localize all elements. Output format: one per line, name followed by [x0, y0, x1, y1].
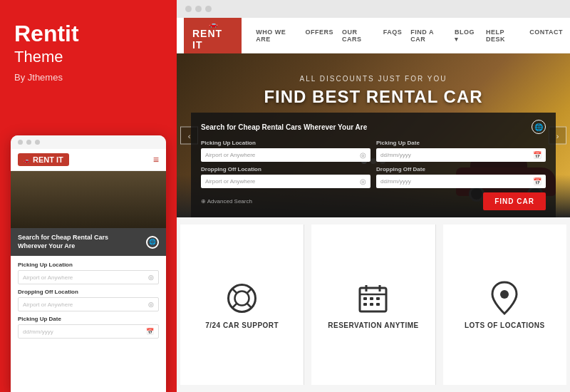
search-row-1: Picking Up Location Airport or Anywhere … [201, 140, 546, 162]
location-icon-mobile-2: ◎ [148, 301, 154, 308]
calendar-icon-large [357, 282, 389, 314]
support-icon-wrap [224, 280, 260, 316]
globe-icon-small: 🌐 [146, 236, 159, 249]
desktop-logo: 🚗 RENT IT [184, 18, 242, 55]
dropoff-date-label: Dropping Off Date [376, 166, 546, 172]
mobile-logo-text: RENT IT [33, 155, 63, 164]
nav-offers[interactable]: OFFERS [306, 29, 334, 43]
mobile-label-0: Picking Up Location [18, 262, 159, 268]
search-overlay: Search for Cheap Rental Cars Wherever Yo… [191, 113, 556, 217]
nav-our-cars[interactable]: OUR CARS [342, 29, 375, 43]
location-pin-icon: ◎ [360, 151, 366, 159]
svg-point-16 [500, 290, 509, 299]
feature-reservation: RESERVATION ANYTIME [311, 225, 435, 385]
support-icon [226, 282, 258, 314]
nav-contact[interactable]: CONTACT [529, 29, 563, 43]
search-header: Search for Cheap Rental Cars Wherever Yo… [201, 120, 546, 134]
mobile-search-box: Search for Cheap Rental Cars Wherever Yo… [11, 228, 166, 256]
locations-label: LOTS OF LOCATIONS [465, 321, 545, 329]
left-panel: Rentit Theme By Jthemes 🚗 RENT IT ≡ Sear… [0, 0, 177, 392]
mobile-logo: 🚗 RENT IT [18, 153, 69, 166]
hero-section: ‹ › ALL DISCOUNTS JUST FOR YOU FIND BEST… [177, 53, 570, 217]
nav-who-we-are[interactable]: WHO WE ARE [256, 29, 296, 43]
desktop-nav-links: WHO WE ARE OFFERS OUR CARS FAQS FIND A C… [256, 29, 563, 43]
pickup-date-input[interactable]: dd/mm/yyyy 📅 [376, 148, 546, 162]
desktop-logo-text: RENT IT [192, 28, 233, 51]
pickup-location-label: Picking Up Location [201, 140, 370, 146]
browser-dot-2 [195, 6, 202, 12]
mobile-label-1: Dropping Off Location [18, 289, 159, 295]
calendar-icon-wrap [356, 280, 391, 316]
search-field-dropoff-location: Dropping Off Location Airport or Anywher… [201, 166, 370, 188]
svg-line-3 [247, 289, 252, 293]
mobile-hero [11, 171, 166, 228]
features-section: 7/24 CAR SUPPORT [177, 217, 570, 392]
location-icon-large [490, 281, 519, 315]
svg-line-4 [232, 304, 237, 308]
feature-locations: LOTS OF LOCATIONS [443, 225, 566, 385]
browser-dot-1 [185, 6, 192, 12]
mobile-top-bar [11, 135, 166, 149]
nav-find-car[interactable]: FIND A CAR [410, 29, 446, 43]
dropoff-location-placeholder: Airport or Anywhere [205, 178, 255, 185]
advanced-search-link[interactable]: ⊕ Advanced Search [201, 198, 252, 205]
right-panel: 🚗 RENT IT WHO WE ARE OFFERS OUR CARS FAQ… [177, 0, 570, 392]
calendar-icon-dropoff: 📅 [533, 177, 542, 185]
svg-rect-13 [363, 303, 367, 306]
mobile-car-icon: 🚗 [24, 158, 30, 163]
search-bottom-row: ⊕ Advanced Search FIND CAR [201, 192, 546, 210]
mobile-input-date[interactable]: dd/mm/yyyy 📅 [18, 324, 159, 339]
nav-blog[interactable]: BLOG ▾ [455, 29, 477, 43]
desktop-nav: 🚗 RENT IT WHO WE ARE OFFERS OUR CARS FAQ… [177, 18, 570, 53]
mobile-search-title: Search for Cheap Rental Cars Wherever Yo… [18, 234, 118, 250]
by-line: By Jthemes [14, 72, 162, 83]
mobile-input-pickup[interactable]: Airport or Anywhere ◎ [18, 270, 159, 284]
mobile-header: 🚗 RENT IT ≡ [11, 149, 166, 171]
mobile-mockup: 🚗 RENT IT ≡ Search for Cheap Rental Cars… [11, 135, 166, 392]
mobile-dot-2 [26, 140, 31, 145]
reservation-label: RESERVATION ANYTIME [328, 321, 418, 329]
feature-support: 7/24 CAR SUPPORT [180, 225, 304, 385]
dropoff-location-input[interactable]: Airport or Anywhere ◎ [201, 175, 370, 188]
pickup-location-placeholder: Airport or Anywhere [205, 152, 255, 158]
mobile-input-placeholder-0: Airport or Anywhere [23, 274, 73, 281]
hero-subtitle: ALL DISCOUNTS JUST FOR YOU [177, 75, 570, 83]
hero-text-area: ALL DISCOUNTS JUST FOR YOU FIND BEST REN… [177, 75, 570, 107]
mobile-input-placeholder-1: Airport or Anywhere [23, 301, 73, 308]
location-pin-icon-2: ◎ [360, 177, 366, 185]
location-icon-wrap [487, 280, 522, 316]
browser-bar [177, 0, 570, 18]
brand-title: Rentit [14, 21, 162, 46]
globe-icon: 🌐 [532, 120, 546, 134]
dropoff-date-placeholder: dd/mm/yyyy [380, 178, 411, 185]
hero-title: FIND BEST RENTAL CAR [177, 87, 570, 107]
svg-rect-14 [370, 303, 373, 306]
desktop-mockup: 🚗 RENT IT WHO WE ARE OFFERS OUR CARS FAQ… [177, 18, 570, 392]
search-field-dropoff-date: Dropping Off Date dd/mm/yyyy 📅 [376, 166, 546, 188]
support-label: 7/24 CAR SUPPORT [205, 321, 279, 329]
browser-dot-3 [205, 6, 212, 12]
svg-line-2 [232, 289, 237, 293]
mobile-form: Picking Up Location Airport or Anywhere … [11, 256, 166, 349]
desktop-logo-car-icon: 🚗 [209, 21, 217, 28]
mobile-date-placeholder: dd/mm/yyyy [23, 329, 53, 335]
location-icon-mobile: ◎ [148, 274, 154, 281]
brand-sub: Theme [14, 48, 162, 66]
svg-rect-10 [363, 297, 367, 300]
dropoff-date-input[interactable]: dd/mm/yyyy 📅 [376, 175, 546, 188]
pickup-location-input[interactable]: Airport or Anywhere ◎ [201, 148, 370, 162]
hamburger-icon[interactable]: ≡ [153, 155, 159, 165]
mobile-label-2: Picking Up Date [18, 316, 159, 322]
calendar-icon-mobile: 📅 [146, 328, 154, 335]
nav-help-desk[interactable]: HELP DESK [486, 29, 521, 43]
calendar-icon-pickup: 📅 [533, 151, 542, 159]
mobile-dot-3 [35, 140, 40, 145]
find-car-button[interactable]: FIND CAR [483, 192, 546, 210]
pickup-date-placeholder: dd/mm/yyyy [380, 152, 411, 158]
svg-rect-11 [370, 297, 373, 300]
nav-faqs[interactable]: FAQS [383, 29, 403, 43]
mobile-dot-1 [18, 140, 23, 145]
mobile-input-dropoff[interactable]: Airport or Anywhere ◎ [18, 297, 159, 311]
search-row-2: Dropping Off Location Airport or Anywher… [201, 166, 546, 188]
pickup-date-label: Picking Up Date [376, 140, 546, 146]
